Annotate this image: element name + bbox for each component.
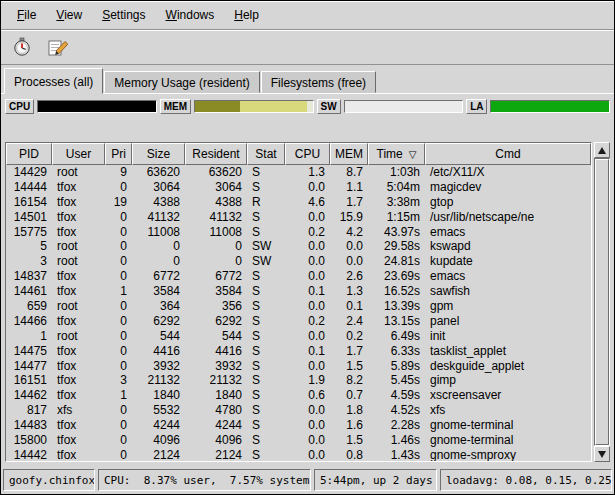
process-row[interactable]: 14483 tfox 0 4244 4244 S 0.0 1.6 2.28s g…: [6, 418, 591, 433]
cell-resident: 4244: [185, 418, 247, 433]
loadavg-bar: [490, 100, 610, 113]
cell-mem: 8.2: [330, 373, 368, 388]
cell-pid: 15800: [6, 433, 52, 448]
cell-mem: 1.5: [330, 359, 368, 374]
process-row[interactable]: 14466 tfox 0 6292 6292 S 0.2 2.4 13.15s …: [6, 314, 591, 329]
tab-filesystems[interactable]: Filesystems (free): [261, 71, 376, 93]
cell-user: root: [52, 239, 105, 254]
cell-time: 5.89s: [368, 359, 425, 374]
cell-pid: 14837: [6, 269, 52, 284]
edit-button[interactable]: [43, 33, 73, 61]
cell-size: 0: [132, 239, 185, 254]
process-row[interactable]: 14475 tfox 0 4416 4416 S 0.1 1.7 6.33s t…: [6, 344, 591, 359]
cell-mem: 1.3: [330, 284, 368, 299]
process-row[interactable]: 15800 tfox 0 4096 4096 S 0.0 1.5 1.46s g…: [6, 433, 591, 448]
memory-cached-segment: [240, 101, 307, 112]
cell-resident: 0: [185, 254, 247, 269]
hostname-panel: goofy.chinfox: [3, 469, 95, 491]
column-header-resident[interactable]: Resident: [185, 143, 247, 165]
cell-stat: S: [247, 329, 285, 344]
process-row[interactable]: 817 xfs 0 5532 4780 S 0.0 1.8 4.52s xfs: [6, 403, 591, 418]
process-row[interactable]: 1 root 0 544 544 S 0.0 0.2 6.49s init: [6, 329, 591, 344]
process-row[interactable]: 16151 tfox 3 21132 21132 S 1.9 8.2 5.45s…: [6, 373, 591, 388]
menu-windows[interactable]: Windows: [156, 5, 225, 25]
column-header-size[interactable]: Size: [132, 143, 185, 165]
process-row[interactable]: 16154 tfox 19 4388 4388 R 4.6 1.7 3:38m …: [6, 195, 591, 210]
column-header-cpu[interactable]: CPU: [285, 143, 330, 165]
column-header-time[interactable]: Time ▽: [368, 143, 425, 165]
cell-resident: 6292: [185, 314, 247, 329]
cell-pri: 0: [105, 299, 132, 314]
cell-stat: S: [247, 210, 285, 225]
stopwatch-button[interactable]: [7, 33, 37, 61]
cell-cmd: kswapd: [425, 239, 591, 254]
process-row[interactable]: 14461 tfox 1 3584 3584 S 0.1 1.3 16.52s …: [6, 284, 591, 299]
tab-row: Processes (all) Memory Usage (resident) …: [1, 68, 614, 94]
menubar: File View Settings Windows Help: [1, 1, 614, 30]
column-header-stat[interactable]: Stat: [247, 143, 285, 165]
cell-cmd: panel: [425, 314, 591, 329]
cell-pri: 0: [105, 403, 132, 418]
cell-cpu: 1.3: [285, 165, 330, 180]
cell-pri: 0: [105, 433, 132, 448]
menu-help[interactable]: Help: [224, 5, 269, 25]
cell-time: 5.45s: [368, 373, 425, 388]
cell-size: 4388: [132, 195, 185, 210]
cell-size: 6772: [132, 269, 185, 284]
process-row[interactable]: 14429 root 9 63620 63620 S 1.3 8.7 1:03h…: [6, 165, 591, 180]
cell-user: tfox: [52, 359, 105, 374]
cell-resident: 1840: [185, 388, 247, 403]
scrollbar-thumb[interactable]: [595, 159, 609, 445]
menu-file[interactable]: File: [7, 5, 46, 25]
cpu-bar-label: CPU: [5, 99, 34, 114]
cell-stat: S: [247, 225, 285, 240]
process-row[interactable]: 14477 tfox 0 3932 3932 S 0.0 1.5 5.89s d…: [6, 359, 591, 374]
cell-cpu: 1.9: [285, 373, 330, 388]
column-header-user[interactable]: User: [52, 143, 105, 165]
process-row[interactable]: 15775 tfox 0 11008 11008 S 0.2 4.2 43.97…: [6, 225, 591, 240]
cell-user: tfox: [52, 373, 105, 388]
cell-pid: 3: [6, 254, 52, 269]
process-row[interactable]: 14837 tfox 0 6772 6772 S 0.0 2.6 23.69s …: [6, 269, 591, 284]
cell-mem: 0.0: [330, 239, 368, 254]
cell-pri: 0: [105, 239, 132, 254]
cell-pri: 0: [105, 329, 132, 344]
process-row[interactable]: 3 root 0 0 0 SW 0.0 0.0 24.81s kupdate: [6, 254, 591, 269]
scroll-down-button[interactable]: [594, 446, 610, 462]
cell-cpu: 0.2: [285, 225, 330, 240]
cell-cmd: gnome-terminal: [425, 418, 591, 433]
column-header-cmd[interactable]: Cmd: [425, 143, 591, 165]
cell-user: tfox: [52, 418, 105, 433]
cell-time: 4.52s: [368, 403, 425, 418]
tab-memory-usage[interactable]: Memory Usage (resident): [104, 71, 259, 93]
scrollbar-track[interactable]: [594, 158, 610, 446]
cell-size: 4096: [132, 433, 185, 448]
menu-settings[interactable]: Settings: [92, 5, 155, 25]
cell-size: 2124: [132, 448, 185, 461]
cell-time: 2.28s: [368, 418, 425, 433]
cell-user: tfox: [52, 269, 105, 284]
process-list-area: PID User Pri Size Resident Stat CPU MEM …: [5, 142, 610, 462]
column-header-mem[interactable]: MEM: [330, 143, 368, 165]
cell-pid: 14475: [6, 344, 52, 359]
cell-cmd: gnome-terminal: [425, 433, 591, 448]
menu-view[interactable]: View: [46, 5, 92, 25]
cell-mem: 15.9: [330, 210, 368, 225]
process-row[interactable]: 14462 tfox 1 1840 1840 S 0.6 0.7 4.59s x…: [6, 388, 591, 403]
process-row[interactable]: 659 root 0 364 356 S 0.0 0.1 13.39s gpm: [6, 299, 591, 314]
cell-user: tfox: [52, 210, 105, 225]
scroll-up-button[interactable]: [594, 142, 610, 158]
column-header-pid[interactable]: PID: [6, 143, 52, 165]
cell-pid: 659: [6, 299, 52, 314]
process-row[interactable]: 14501 tfox 0 41132 41132 S 0.0 15.9 1:15…: [6, 210, 591, 225]
process-row[interactable]: 14444 tfox 0 3064 3064 S 0.0 1.1 5:04m m…: [6, 180, 591, 195]
cell-size: 63620: [132, 165, 185, 180]
cell-cpu: 0.0: [285, 254, 330, 269]
process-row[interactable]: 5 root 0 0 0 SW 0.0 0.0 29.58s kswapd: [6, 239, 591, 254]
cell-user: tfox: [52, 388, 105, 403]
mem-bar-label: MEM: [160, 99, 191, 114]
tab-processes[interactable]: Processes (all): [4, 68, 103, 94]
column-header-pri[interactable]: Pri: [105, 143, 132, 165]
cell-pid: 16151: [6, 373, 52, 388]
process-row[interactable]: 14442 tfox 0 2124 2124 S 0.0 0.8 1.43s g…: [6, 448, 591, 461]
